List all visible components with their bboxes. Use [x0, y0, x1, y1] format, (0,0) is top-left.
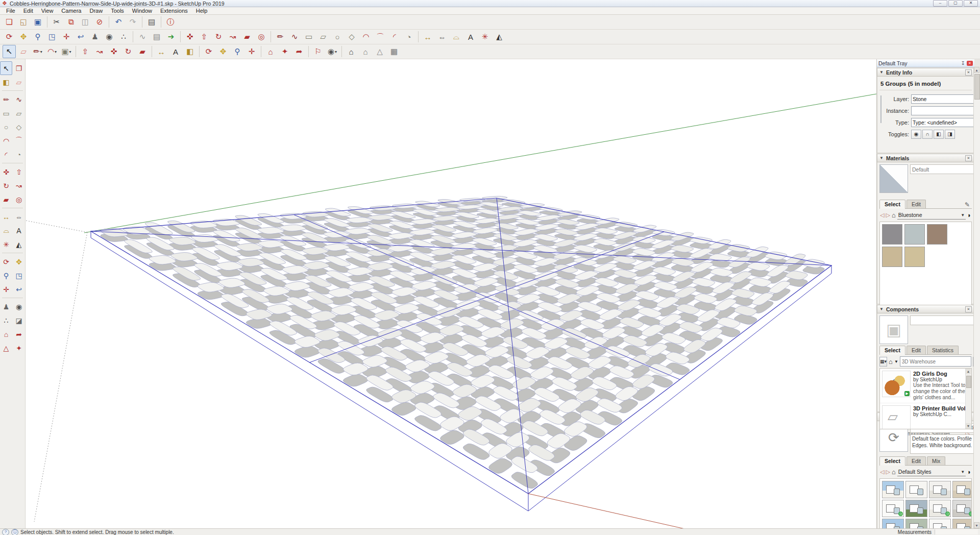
- style-thumbnail-5[interactable]: [905, 500, 927, 517]
- cut-tool[interactable]: ✂: [50, 15, 63, 29]
- sample-paint-icon[interactable]: ✎: [963, 201, 972, 208]
- material-name-field[interactable]: [910, 164, 980, 174]
- rectangle-tool[interactable]: ▭: [302, 30, 315, 43]
- style-thumbnail-9[interactable]: [905, 519, 927, 528]
- rotate-tool[interactable]: ↻: [121, 45, 135, 58]
- entity-info-close-icon[interactable]: ✕: [965, 69, 972, 76]
- menu-file[interactable]: File: [2, 7, 19, 14]
- line-tool[interactable]: ✏▾: [31, 45, 44, 58]
- collapse-icon[interactable]: ▼: [879, 156, 884, 160]
- rotated-rectangle-tool[interactable]: ▱: [316, 30, 330, 43]
- viewport-3d[interactable]: [26, 59, 876, 528]
- details-arrow-icon[interactable]: ◗: [967, 468, 971, 476]
- scroll-up-icon[interactable]: ▲: [974, 67, 979, 73]
- rectangle-tool[interactable]: ▭: [0, 106, 12, 120]
- copy-tool[interactable]: ⧉: [64, 15, 78, 29]
- shapes-tool[interactable]: ▣▾: [60, 45, 73, 58]
- tab-edit[interactable]: Edit: [906, 200, 926, 208]
- dimension-tool[interactable]: ⇔: [13, 210, 25, 224]
- arcs-tool[interactable]: ◠▾: [45, 45, 59, 58]
- polygon-tool[interactable]: ◇: [345, 30, 358, 43]
- zoom-extents-tool[interactable]: ✛: [0, 282, 12, 296]
- select-tool[interactable]: ↖: [3, 45, 16, 58]
- style-thumbnail-11[interactable]: [952, 519, 972, 528]
- components-browser-tool[interactable]: ▦: [387, 45, 401, 58]
- simplify-contours-tool[interactable]: ∿: [136, 30, 149, 43]
- polygon-tool[interactable]: ◇: [13, 120, 25, 134]
- print-tool[interactable]: ▤: [145, 15, 158, 29]
- back-arrow-icon[interactable]: ◁: [880, 469, 884, 475]
- style-thumbnail-0[interactable]: [882, 481, 904, 498]
- tab-edit[interactable]: Edit: [906, 346, 926, 354]
- section-plane-tool[interactable]: ◪: [13, 313, 25, 327]
- follow-me-tool[interactable]: ↝: [226, 30, 239, 43]
- paste-tool[interactable]: ◫: [79, 15, 92, 29]
- save-tool[interactable]: ▣: [31, 15, 44, 29]
- three-d-text-tool[interactable]: ◭: [493, 30, 506, 43]
- share-model-tool[interactable]: ➦: [13, 327, 25, 341]
- three-d-warehouse-tool[interactable]: ⌂: [264, 45, 277, 58]
- zoom-extents-tool[interactable]: ✛: [60, 30, 73, 43]
- zoom-tool[interactable]: ⚲: [0, 269, 12, 282]
- layer-select[interactable]: Stone ▼: [911, 94, 980, 104]
- maximize-button[interactable]: ▢: [948, 0, 963, 7]
- walk-tool[interactable]: ∴: [0, 313, 12, 327]
- type-select[interactable]: Type: <undefined> ▼: [911, 118, 980, 127]
- orbit-tool[interactable]: ⟳: [3, 30, 16, 43]
- toggle-cast-shadows-button[interactable]: ◨: [945, 130, 955, 139]
- dimension-tool[interactable]: ⇔: [435, 30, 449, 43]
- results-scrollbar[interactable]: ▲▼: [965, 369, 971, 429]
- walk-tool[interactable]: ∴: [117, 30, 130, 43]
- line-tool[interactable]: ✏: [0, 92, 12, 106]
- move-tool[interactable]: ✜: [107, 45, 120, 58]
- arc-tool[interactable]: ◠: [0, 134, 12, 148]
- offset-tool[interactable]: ◎: [255, 30, 268, 43]
- tab-edit[interactable]: Edit: [906, 456, 926, 465]
- pin-icon[interactable]: ↧: [961, 60, 965, 66]
- zoom-window-tool[interactable]: ◳: [45, 30, 59, 43]
- text-tool[interactable]: A: [13, 224, 25, 237]
- style-thumbnail-2[interactable]: [929, 481, 951, 498]
- material-swatch-2[interactable]: [927, 224, 947, 245]
- style-thumbnail-10[interactable]: ◷: [929, 519, 951, 528]
- share-component-tool[interactable]: △: [0, 341, 12, 355]
- info-icon[interactable]: ⓘ: [11, 529, 18, 535]
- dropdown-arrow-icon[interactable]: ▾: [335, 50, 337, 54]
- tab-mix[interactable]: Mix: [927, 456, 945, 465]
- materials-close-icon[interactable]: ✕: [965, 155, 972, 161]
- extension-warehouse-tool[interactable]: ✦: [13, 341, 25, 355]
- zoom-window-tool[interactable]: ◳: [13, 269, 25, 282]
- axes-tool[interactable]: ✳: [0, 237, 12, 251]
- pan-tool[interactable]: ✥: [216, 45, 230, 58]
- new-file-tool[interactable]: ❏: [3, 15, 16, 29]
- menu-tools[interactable]: Tools: [107, 7, 128, 14]
- menu-draw[interactable]: Draw: [85, 7, 107, 14]
- offset-tool[interactable]: ◎: [13, 192, 25, 206]
- text-tool[interactable]: A: [464, 30, 477, 43]
- entity-info-header[interactable]: ▼ Entity Info ✕: [877, 68, 974, 77]
- circle-tool[interactable]: ○: [331, 30, 344, 43]
- freehand-tool[interactable]: ∿: [13, 92, 25, 106]
- material-swatch-4[interactable]: [904, 247, 925, 267]
- scrollbar-thumb[interactable]: [974, 74, 980, 100]
- two-point-arc-tool[interactable]: ⌒: [13, 134, 25, 148]
- orbit-tool[interactable]: ⟳: [202, 45, 215, 58]
- chevron-down-icon[interactable]: ▼: [961, 470, 965, 474]
- menu-extensions[interactable]: Extensions: [156, 7, 192, 14]
- menu-edit[interactable]: Edit: [19, 7, 37, 14]
- help-icon[interactable]: ?: [2, 529, 9, 535]
- three-point-arc-tool[interactable]: ◜: [0, 148, 12, 161]
- open-file-tool[interactable]: ◱: [17, 15, 30, 29]
- follow-me-tool[interactable]: ↝: [93, 45, 106, 58]
- minimize-button[interactable]: –: [933, 0, 947, 7]
- style-thumbnail-3[interactable]: [952, 481, 972, 498]
- dropdown-arrow-icon[interactable]: ▾: [55, 50, 57, 54]
- tab-select[interactable]: Select: [879, 346, 905, 355]
- component-name-field[interactable]: [910, 315, 980, 325]
- view-options-button[interactable]: ▦▾: [879, 357, 887, 367]
- in-model-icon[interactable]: ⌂: [892, 468, 896, 476]
- scale-tool[interactable]: ▰: [240, 30, 254, 43]
- component-result-item[interactable]: ▶2D Girls Dogby SketchUpUse the Interact…: [880, 369, 971, 403]
- paint-bucket-tool[interactable]: ◧: [183, 45, 197, 58]
- close-button[interactable]: ✕: [964, 0, 978, 7]
